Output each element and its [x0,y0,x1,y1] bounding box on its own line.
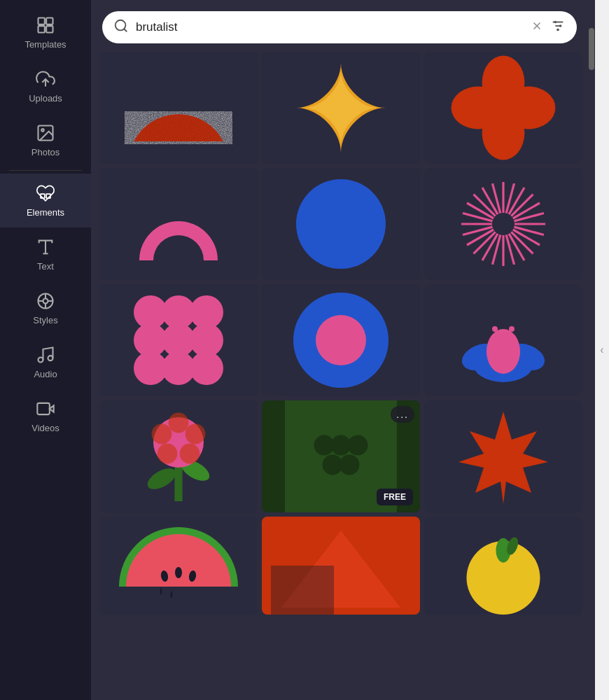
svg-point-12 [43,299,48,304]
sidebar-item-elements[interactable]: Elements [0,174,91,227]
list-item[interactable] [262,284,420,396]
sidebar-label-videos: Videos [31,423,59,433]
elements-icon [36,183,55,203]
svg-point-79 [144,464,179,493]
svg-point-76 [492,326,498,332]
sidebar-label-uploads: Uploads [29,93,62,104]
svg-rect-1 [46,18,52,24]
sidebar-label-templates: Templates [24,39,66,50]
sidebar-item-styles[interactable]: Styles [0,281,91,335]
search-filter-button[interactable] [550,18,566,36]
svg-point-75 [486,329,520,374]
sidebar-label-styles: Styles [33,315,57,326]
list-item[interactable] [424,400,582,512]
svg-point-6 [41,129,44,132]
text-icon [36,237,55,257]
list-item[interactable] [99,168,258,280]
collapse-panel-icon: ‹ [600,344,603,356]
list-item[interactable] [424,52,582,164]
list-item[interactable] [99,517,258,615]
list-item[interactable] [262,52,420,164]
svg-marker-93 [458,412,548,504]
svg-rect-8 [41,194,45,198]
list-item[interactable]: ... FREE [262,400,420,512]
sidebar-label-elements: Elements [27,207,64,218]
svg-point-35 [296,179,386,269]
svg-point-77 [509,326,514,332]
svg-point-71 [316,315,366,365]
uploads-icon [36,69,55,89]
audio-icon [36,345,55,365]
list-item[interactable] [262,517,420,615]
sidebar-item-templates[interactable]: Templates [0,6,91,59]
videos-icon [36,399,55,419]
svg-rect-3 [46,26,52,32]
sidebar-item-uploads[interactable]: Uploads [0,59,91,113]
svg-point-84 [180,444,200,464]
list-item[interactable] [262,168,420,280]
search-icon [113,18,129,36]
scrollbar-track [588,0,595,700]
svg-rect-99 [271,566,334,615]
svg-point-95 [175,567,182,578]
svg-point-85 [158,444,178,464]
svg-rect-0 [38,18,45,24]
svg-point-30 [556,29,559,31]
svg-rect-2 [38,26,45,32]
list-item[interactable] [99,52,258,164]
elements-grid: ... FREE [91,52,588,700]
list-item[interactable] [424,517,582,615]
svg-point-17 [38,358,43,363]
sidebar: Templates Uploads Photos Elements [0,0,91,700]
main-panel: brutalist [91,0,588,700]
svg-point-18 [48,356,53,360]
sidebar-label-photos: Photos [31,147,59,158]
svg-point-83 [186,424,206,444]
sidebar-label-audio: Audio [34,369,57,379]
svg-point-28 [554,21,557,24]
svg-point-69 [190,351,223,385]
svg-point-21 [115,20,126,31]
sidebar-item-photos[interactable]: Photos [0,113,91,167]
svg-point-29 [559,24,562,27]
list-item[interactable] [99,284,258,396]
sidebar-divider [9,170,82,171]
list-item[interactable] [424,168,582,280]
photos-icon [36,123,55,143]
templates-icon [36,15,55,35]
svg-rect-19 [37,403,50,414]
sidebar-item-audio[interactable]: Audio [0,335,91,389]
search-bar: brutalist [102,11,577,43]
sidebar-label-text: Text [37,261,54,272]
list-item[interactable] [99,400,258,512]
item-menu-button[interactable]: ... [391,406,414,423]
svg-point-34 [451,87,505,130]
styles-icon [36,291,55,311]
search-input[interactable]: brutalist [136,20,524,34]
svg-line-22 [124,29,127,31]
sidebar-item-text[interactable]: Text [0,227,91,281]
list-item[interactable] [424,284,582,396]
svg-point-86 [152,424,172,444]
scrollbar-thumb[interactable] [589,28,594,70]
sidebar-item-videos[interactable]: Videos [0,389,91,443]
free-badge: FREE [377,489,413,505]
search-clear-button[interactable] [531,20,543,35]
right-panel-toggle[interactable]: ‹ [595,0,609,700]
svg-rect-7 [46,194,50,198]
svg-point-82 [169,413,189,433]
